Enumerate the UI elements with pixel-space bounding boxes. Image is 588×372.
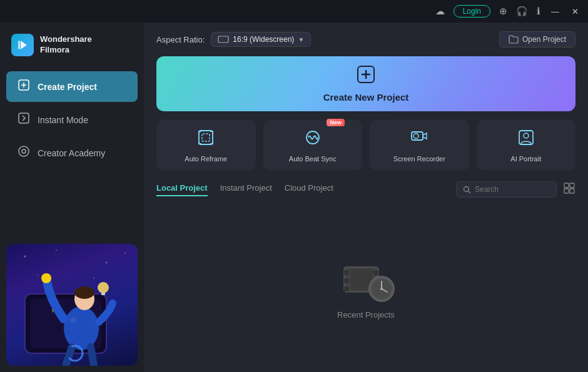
sidebar-item-label: Instant Mode: [38, 115, 88, 125]
cloud-icon[interactable]: ☁: [435, 6, 445, 17]
logo-icon: [11, 34, 34, 56]
svg-rect-30: [202, 134, 210, 141]
aspect-ratio-select[interactable]: 16:9 (Widescreen) ▼: [211, 32, 311, 47]
creator-academy-icon: [18, 145, 30, 161]
svg-rect-43: [344, 270, 349, 275]
svg-point-22: [98, 282, 109, 293]
svg-rect-39: [570, 183, 574, 188]
project-section: Local Project Instant Project Cloud Proj…: [144, 181, 588, 372]
open-project-button[interactable]: Open Project: [499, 31, 575, 48]
tab-instant-project[interactable]: Instant Project: [220, 183, 272, 196]
sidebar-item-instant-mode[interactable]: Instant Mode: [6, 104, 138, 135]
headphone-icon[interactable]: 🎧: [516, 6, 528, 17]
aspect-value: 16:9 (Widescreen): [233, 35, 294, 44]
app-body: Wondershare Filmora Create Project: [0, 23, 588, 372]
svg-point-36: [464, 186, 469, 191]
svg-rect-44: [344, 278, 349, 283]
search-input[interactable]: [475, 185, 550, 194]
ai-portrait-icon: [517, 129, 535, 150]
titlebar: ☁ Login ⊕ 🎧 ℹ — ✕: [0, 0, 588, 23]
svg-point-35: [524, 133, 529, 138]
tab-local-project[interactable]: Local Project: [156, 183, 208, 196]
aspect-ratio-label: Aspect Ratio:: [156, 35, 205, 44]
open-project-label: Open Project: [522, 35, 566, 44]
info-icon[interactable]: ℹ: [537, 6, 540, 17]
search-box[interactable]: [456, 181, 557, 198]
svg-point-6: [19, 146, 29, 156]
screen-recorder-label: Screen Recorder: [393, 155, 445, 163]
sidebar: Wondershare Filmora Create Project: [0, 23, 144, 372]
feature-cards: Auto Reframe New Auto Beat Sync: [156, 120, 575, 170]
svg-rect-5: [19, 113, 29, 123]
recent-projects-label: Recent Projects: [337, 310, 395, 319]
upload-icon[interactable]: ⊕: [499, 6, 507, 17]
create-project-icon: [357, 65, 375, 88]
svg-rect-38: [564, 183, 569, 188]
screen-recorder-icon: [410, 129, 428, 150]
svg-point-12: [37, 274, 38, 276]
minimize-button[interactable]: —: [549, 7, 561, 16]
search-icon: [463, 186, 471, 194]
chevron-down-icon: ▼: [298, 36, 304, 43]
feature-card-screen-recorder[interactable]: Screen Recorder: [370, 120, 469, 170]
aspect-ratio-area: Aspect Ratio: 16:9 (Widescreen) ▼: [156, 32, 311, 47]
svg-marker-0: [21, 41, 27, 49]
main-content: Aspect Ratio: 16:9 (Widescreen) ▼ Open P…: [144, 23, 588, 372]
project-tabs-row: Local Project Instant Project Cloud Proj…: [156, 181, 575, 198]
login-button[interactable]: Login: [454, 5, 490, 18]
sidebar-item-label: Creator Academy: [38, 148, 105, 158]
tab-cloud-project[interactable]: Cloud Project: [285, 183, 333, 196]
feature-card-auto-beat-sync[interactable]: New Auto Beat Sync: [263, 120, 363, 170]
logo-area: Wondershare Filmora: [0, 23, 144, 70]
feature-card-ai-portrait[interactable]: AI Portrait: [477, 120, 576, 170]
svg-point-18: [64, 306, 99, 350]
svg-point-10: [106, 262, 108, 264]
view-toggle-button[interactable]: [563, 182, 575, 198]
sidebar-illustration: [0, 238, 144, 372]
svg-rect-45: [344, 286, 349, 291]
svg-line-37: [469, 191, 471, 193]
svg-point-9: [56, 249, 57, 251]
svg-point-8: [24, 256, 26, 258]
auto-reframe-icon: [197, 129, 215, 150]
folder-icon: [509, 35, 519, 44]
svg-rect-25: [218, 36, 228, 43]
illustration-box: [6, 244, 138, 366]
auto-beat-sync-icon: [304, 129, 322, 150]
svg-point-33: [413, 134, 418, 139]
svg-rect-23: [101, 293, 105, 295]
svg-point-7: [22, 149, 26, 153]
svg-point-54: [380, 288, 383, 290]
svg-point-20: [74, 286, 94, 299]
create-project-icon: [18, 79, 30, 94]
svg-rect-1: [18, 41, 20, 49]
svg-point-21: [41, 273, 51, 283]
svg-point-13: [93, 278, 94, 279]
auto-beat-sync-label: Auto Beat Sync: [289, 155, 337, 163]
feature-card-auto-reframe[interactable]: Auto Reframe: [156, 120, 256, 170]
sidebar-item-label: Create Project: [38, 82, 97, 92]
project-tabs: Local Project Instant Project Cloud Proj…: [156, 183, 333, 196]
svg-rect-40: [564, 189, 569, 193]
create-banner-text: Create New Project: [323, 92, 409, 103]
recent-projects-icon: [341, 258, 391, 301]
titlebar-icons: ☁ Login ⊕ 🎧 ℹ — ✕: [435, 5, 580, 18]
sidebar-item-creator-academy[interactable]: Creator Academy: [6, 138, 138, 168]
instant-mode-icon: [18, 112, 30, 128]
empty-state: Recent Projects: [156, 205, 575, 372]
sidebar-item-create-project[interactable]: Create Project: [6, 71, 138, 102]
topbar: Aspect Ratio: 16:9 (Widescreen) ▼ Open P…: [144, 23, 588, 56]
create-new-project-banner[interactable]: Create New Project: [156, 56, 575, 111]
ai-portrait-label: AI Portrait: [510, 155, 541, 163]
auto-reframe-label: Auto Reframe: [185, 155, 227, 163]
close-button[interactable]: ✕: [570, 7, 580, 16]
svg-rect-41: [570, 189, 574, 193]
monitor-icon: [218, 36, 229, 43]
logo-text: Wondershare Filmora: [40, 34, 92, 56]
svg-rect-46: [373, 270, 378, 275]
svg-rect-29: [199, 131, 213, 144]
new-badge: New: [327, 119, 345, 126]
svg-point-11: [124, 253, 126, 254]
